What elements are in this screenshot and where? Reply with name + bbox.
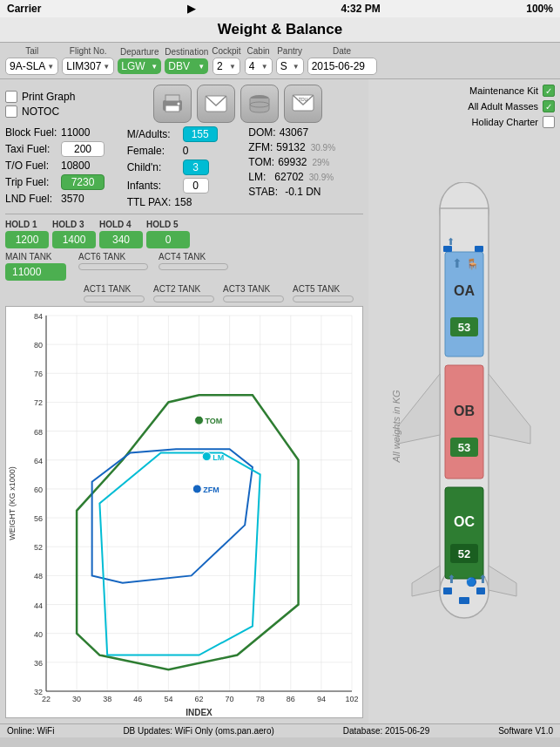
top-row: Print Graph NOTOC TDU (5, 85, 363, 123)
svg-text:94: 94 (317, 695, 326, 703)
act1-value[interactable] (84, 295, 145, 302)
children-label: Child'n: (127, 161, 179, 173)
cockpit-dropdown[interactable]: 2 ▼ (213, 58, 240, 75)
svg-text:INDEX: INDEX (186, 708, 213, 717)
pantry-dropdown[interactable]: S ▼ (276, 58, 304, 75)
date-dropdown[interactable]: 2015-06-29 (307, 58, 377, 75)
cabin-arrow: ▼ (261, 63, 268, 71)
act2-value[interactable] (153, 295, 214, 302)
m-adults-value[interactable]: 155 (183, 126, 218, 142)
flight-dropdown[interactable]: LIM307 ▼ (62, 58, 114, 75)
female-row: Female: 0 (127, 145, 242, 157)
act4-label: ACT4 TANK (159, 252, 228, 261)
pantry-value: S (280, 60, 287, 72)
cockpit-cell: Cockpit 2 ▼ (212, 46, 240, 75)
ttl-pax-value: 158 (174, 196, 192, 208)
m-adults-label: M/Adults: (127, 128, 179, 140)
svg-text:OA: OA (454, 283, 475, 298)
hold4-label: HOLD 4 (99, 220, 143, 229)
svg-text:ZFM: ZFM (203, 486, 219, 494)
lm-pct: 30.9% (309, 173, 334, 182)
lnd-fuel-label: LND Fuel: (5, 193, 57, 205)
svg-text:60: 60 (34, 486, 43, 494)
flight-label: Flight No. (70, 46, 107, 56)
fuel-column: Block Fuel: 11000 Taxi Fuel: 200 T/O Fue… (5, 126, 120, 208)
maintenance-kit-checkbox[interactable]: ✓ (543, 85, 555, 97)
svg-text:38: 38 (103, 695, 111, 703)
print-graph-box[interactable] (5, 91, 17, 103)
svg-text:53: 53 (458, 441, 470, 454)
svg-text:84: 84 (34, 312, 43, 321)
cockpit-value: 2 (217, 60, 223, 72)
departure-dropdown[interactable]: LGW ▼ (118, 58, 161, 74)
hold4-item: HOLD 4 340 (99, 220, 143, 248)
stab-value: -0.1 DN (285, 186, 320, 198)
svg-text:30: 30 (72, 695, 81, 703)
svg-text:52: 52 (458, 547, 470, 560)
trip-fuel-value[interactable]: 7230 (61, 174, 105, 190)
destination-arrow: ▼ (198, 63, 205, 71)
holiday-charter-row[interactable]: Holiday Charter (472, 116, 555, 128)
act4-value[interactable] (159, 263, 228, 270)
infants-label: Infants: (127, 180, 179, 192)
svg-text:70: 70 (226, 695, 234, 703)
notoc-box[interactable] (5, 105, 17, 118)
svg-marker-78 (489, 566, 516, 596)
print-button[interactable] (153, 85, 192, 123)
svg-text:44: 44 (34, 601, 43, 610)
svg-text:TDU: TDU (299, 97, 308, 102)
flight-arrow: ▼ (103, 63, 110, 71)
act1-label: ACT1 TANK (84, 284, 145, 294)
svg-text:TOM: TOM (206, 417, 223, 425)
svg-text:78: 78 (256, 695, 265, 703)
main-tank-value[interactable]: 11000 (5, 263, 66, 281)
svg-marker-65 (99, 452, 260, 655)
act3-value[interactable] (223, 295, 284, 302)
svg-text:⬆: ⬆ (447, 573, 456, 586)
print-graph-checkbox[interactable]: Print Graph (5, 91, 75, 103)
svg-rect-89 (445, 487, 483, 579)
svg-text:56: 56 (34, 514, 43, 523)
zfm-label: ZFM: (248, 141, 273, 153)
taxi-fuel-label: Taxi Fuel: (5, 143, 57, 155)
to-fuel-row: T/O Fuel: 10800 (5, 160, 120, 172)
children-value[interactable]: 3 (183, 160, 209, 175)
holiday-charter-checkbox[interactable] (543, 116, 555, 128)
title-bar: Weight & Balance (0, 17, 560, 43)
tdu-button[interactable]: TDU (284, 85, 322, 123)
vertical-weight-label: All weights in KG (391, 390, 401, 462)
svg-text:62: 62 (194, 695, 203, 703)
infants-value[interactable]: 0 (183, 178, 209, 194)
all-adult-masses-row[interactable]: All Adult Masses ✓ (468, 100, 555, 112)
infants-row: Infants: 0 (127, 178, 242, 194)
hold3-value[interactable]: 1400 (52, 231, 96, 248)
svg-rect-2 (165, 105, 179, 112)
wifi-icon: ▶ (187, 3, 195, 15)
hold1-value[interactable]: 1200 (5, 231, 49, 248)
block-fuel-label: Block Fuel: (5, 126, 57, 139)
act6-value[interactable] (78, 263, 148, 270)
maintenance-kit-row[interactable]: Maintenance Kit ✓ (469, 85, 555, 97)
tail-dropdown[interactable]: 9A-SLA ▼ (5, 58, 58, 75)
destination-dropdown[interactable]: DBV ▼ (165, 58, 208, 74)
notoc-checkbox[interactable]: NOTOC (5, 105, 75, 118)
tom-label: TOM: (248, 156, 274, 168)
pantry-arrow: ▼ (293, 63, 300, 71)
children-row: Child'n: 3 (127, 160, 242, 175)
email-button[interactable] (197, 85, 235, 123)
database-button[interactable] (240, 85, 279, 123)
cockpit-label: Cockpit (212, 46, 240, 56)
cabin-dropdown[interactable]: 4 ▼ (245, 58, 273, 75)
act5-value[interactable] (293, 295, 354, 302)
act-lower-row: ACT1 TANK ACT2 TANK ACT3 TANK ACT5 TANK (84, 284, 363, 302)
hold3-item: HOLD 3 1400 (52, 220, 96, 248)
action-buttons: TDU (153, 85, 322, 123)
svg-rect-100 (443, 246, 452, 252)
taxi-fuel-value[interactable]: 200 (61, 141, 105, 157)
aircraft-diagram: All weights in KG OA 53 (374, 133, 555, 718)
svg-text:102: 102 (345, 695, 358, 703)
hold5-value[interactable]: 0 (146, 231, 190, 248)
hold4-value[interactable]: 340 (99, 231, 143, 248)
all-adult-masses-checkbox[interactable]: ✓ (543, 100, 555, 112)
svg-point-66 (195, 416, 204, 424)
